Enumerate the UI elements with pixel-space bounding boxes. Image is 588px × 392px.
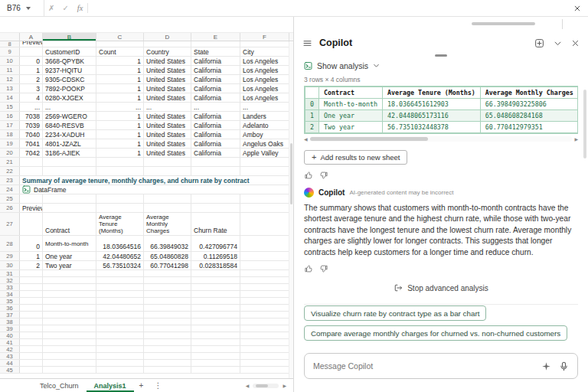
cell-C20[interactable]: 1	[96, 149, 144, 157]
column-header-B[interactable]: B	[43, 33, 96, 41]
cell-A24[interactable]: DataFrame	[20, 185, 293, 194]
cell-A15[interactable]: ...	[20, 103, 43, 111]
cell-B18[interactable]: 2234-XADUH	[43, 130, 96, 139]
cell-F37[interactable]	[240, 312, 289, 318]
cell-D12[interactable]: United States	[144, 75, 191, 83]
row-header-17[interactable]: 17	[0, 121, 20, 129]
cell-A11[interactable]: 1	[20, 66, 43, 74]
row-header-16[interactable]: 16	[0, 112, 20, 120]
cell-C31[interactable]	[96, 270, 144, 276]
cell-A8[interactable]: Preview	[20, 41, 43, 47]
cell-F14[interactable]: Los Angeles	[240, 93, 289, 102]
chevron-down-icon[interactable]	[554, 39, 562, 47]
cell-B11[interactable]: 9237-HQITU	[43, 66, 96, 74]
row-header-28[interactable]: 28	[0, 236, 20, 251]
cell-B32[interactable]	[43, 277, 96, 283]
show-analysis-toggle[interactable]: Show analysis	[304, 61, 380, 70]
panel-top-scrollbar-thumb[interactable]	[472, 22, 535, 25]
cell-B29[interactable]: One year	[43, 252, 96, 260]
add-results-button[interactable]: + Add results to new sheet	[304, 150, 407, 165]
cell-C12[interactable]: 1	[96, 75, 144, 83]
cell-B8[interactable]	[43, 41, 96, 47]
cell-E39[interactable]	[191, 325, 240, 332]
column-header-E[interactable]: E	[191, 33, 240, 41]
cell-D38[interactable]	[144, 318, 191, 325]
column-header-A[interactable]: A	[20, 33, 43, 41]
cell-E11[interactable]: California	[191, 66, 240, 74]
cell-B19[interactable]: 4801-JZAZL	[43, 139, 96, 148]
cell-A43[interactable]	[20, 353, 43, 359]
cell-A32[interactable]	[20, 277, 43, 283]
cell-A19[interactable]: 7041	[20, 139, 43, 148]
cell-C10[interactable]: 1	[96, 57, 144, 65]
cell-F22[interactable]	[240, 167, 289, 175]
cell-F35[interactable]	[240, 298, 289, 304]
cell-C9[interactable]: Count	[96, 47, 144, 56]
name-box[interactable]: B76	[0, 0, 44, 16]
cell-A20[interactable]: 7042	[20, 149, 43, 157]
cell-B39[interactable]	[43, 325, 96, 332]
cell-F43[interactable]	[240, 353, 289, 359]
sheet-tab-Telco_Churn[interactable]: Telco_Churn	[32, 379, 87, 392]
cell-D40[interactable]	[144, 332, 191, 338]
cell-F32[interactable]	[240, 277, 289, 283]
add-sheet-button[interactable]: +	[134, 381, 149, 390]
cell-D10[interactable]: United States	[144, 57, 191, 65]
cell-D34[interactable]	[144, 291, 191, 297]
cell-C44[interactable]	[96, 360, 144, 366]
cell-D14[interactable]: United States	[144, 93, 191, 102]
cell-A23[interactable]: Summary of average tenure, monthly charg…	[20, 176, 293, 185]
row-header-11[interactable]: 11	[0, 66, 20, 74]
sheet-hscroll-thumb[interactable]	[256, 384, 268, 387]
cell-F26[interactable]	[240, 204, 289, 212]
cell-F9[interactable]: City	[240, 47, 289, 56]
cell-C36[interactable]	[96, 305, 144, 311]
cell-E45[interactable]	[191, 367, 240, 373]
thumbs-up-icon[interactable]	[304, 264, 313, 273]
cell-C32[interactable]	[96, 277, 144, 283]
cell-F10[interactable]: Los Angeles	[240, 57, 289, 65]
cell-D32[interactable]	[144, 277, 191, 283]
row-header-35[interactable]: 35	[0, 298, 20, 304]
row-header-31[interactable]: 31	[0, 270, 20, 276]
cell-B31[interactable]	[43, 270, 96, 276]
thumbs-down-icon[interactable]	[319, 264, 328, 273]
cell-E38[interactable]	[191, 318, 240, 325]
row-header-30[interactable]: 30	[0, 261, 20, 270]
cell-A13[interactable]: 3	[20, 84, 43, 93]
cell-A35[interactable]	[20, 298, 43, 304]
cell-D13[interactable]: United States	[144, 84, 191, 93]
cell-B35[interactable]	[43, 298, 96, 304]
cell-C21[interactable]	[96, 158, 144, 166]
cell-A29[interactable]: 1	[20, 252, 43, 260]
cell-B38[interactable]	[43, 318, 96, 325]
cell-F17[interactable]: Adelanto	[240, 121, 289, 129]
sheet-tab-Analysis1[interactable]: Analysis1	[87, 379, 134, 392]
row-header-33[interactable]: 33	[0, 284, 20, 290]
cell-F39[interactable]	[240, 325, 289, 332]
cell-B15[interactable]: ...	[43, 103, 96, 111]
stop-analysis-button[interactable]: Stop advanced analysis	[394, 283, 488, 292]
cell-D44[interactable]	[144, 360, 191, 366]
cell-C39[interactable]	[96, 325, 144, 332]
cell-C33[interactable]	[96, 284, 144, 290]
name-box-chevron-icon[interactable]	[26, 7, 31, 10]
row-header-23[interactable]: 23	[0, 176, 20, 185]
cell-C25[interactable]	[96, 194, 144, 203]
row-header-13[interactable]: 13	[0, 84, 20, 93]
row-header-25[interactable]: 25	[0, 194, 20, 203]
cell-C14[interactable]: 1	[96, 93, 144, 102]
cell-B26[interactable]	[43, 204, 96, 212]
cell-E15[interactable]: ...	[191, 103, 240, 111]
cell-A38[interactable]	[20, 318, 43, 325]
cell-B45[interactable]	[43, 367, 96, 373]
cell-C41[interactable]	[96, 339, 144, 345]
cell-D18[interactable]: United States	[144, 130, 191, 139]
cell-D39[interactable]	[144, 325, 191, 332]
cell-F8[interactable]	[240, 41, 289, 47]
cell-B22[interactable]	[43, 167, 96, 175]
table-scroll-right-icon[interactable]: ▶	[574, 136, 578, 142]
cell-C15[interactable]: ...	[96, 103, 144, 111]
cell-F27[interactable]	[240, 213, 289, 235]
cell-B12[interactable]: 9305-CDSKC	[43, 75, 96, 83]
